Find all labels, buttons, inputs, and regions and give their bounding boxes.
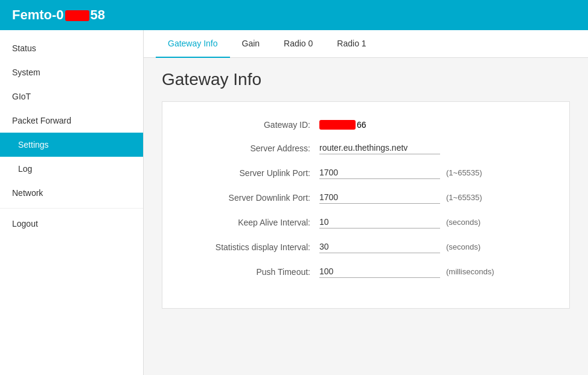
form-card: Gateway ID: 66 Server Address: (162, 101, 570, 309)
main-area: Gateway Info Gain Radio 0 Radio 1 Gatewa… (144, 30, 588, 375)
value-server-address (319, 142, 545, 154)
input-server-downlink-port[interactable] (319, 191, 440, 204)
tab-radio-0[interactable]: Radio 0 (272, 30, 325, 58)
form-row-keep-alive-interval: Keep Alive Interval: (seconds) (187, 216, 545, 228)
form-row-statistics-display-interval: Statistics display Interval: (seconds) (187, 241, 545, 253)
redacted-title (65, 10, 89, 21)
value-statistics-display-interval: (seconds) (319, 241, 545, 253)
form-row-server-uplink-port: Server Uplink Port: (1~65535) (187, 166, 545, 179)
content-area: Gateway Info Gateway ID: 66 Server Addre… (144, 58, 588, 375)
sidebar-item-settings[interactable]: Settings (0, 133, 143, 157)
label-push-timeout: Push Timeout: (187, 267, 319, 277)
label-server-uplink-port: Server Uplink Port: (187, 168, 319, 178)
sidebar-item-log[interactable]: Log (0, 157, 143, 181)
hint-server-uplink-port: (1~65535) (446, 168, 482, 177)
page-title: Gateway Info (162, 70, 570, 89)
value-keep-alive-interval: (seconds) (319, 216, 545, 228)
sidebar-item-status[interactable]: Status (0, 36, 143, 60)
form-row-server-address: Server Address: (187, 142, 545, 154)
hint-statistics-display-interval: (seconds) (446, 242, 481, 251)
label-statistics-display-interval: Statistics display Interval: (187, 242, 319, 252)
form-row-server-downlink-port: Server Downlink Port: (1~65535) (187, 191, 545, 204)
form-row-push-timeout: Push Timeout: (milliseconds) (187, 265, 545, 278)
sidebar-item-logout[interactable]: Logout (0, 212, 143, 236)
hint-keep-alive-interval: (seconds) (446, 218, 481, 227)
sidebar-item-packet-forward[interactable]: Packet Forward (0, 109, 143, 133)
label-server-downlink-port: Server Downlink Port: (187, 193, 319, 203)
tab-gateway-info[interactable]: Gateway Info (156, 30, 230, 58)
redacted-gateway-id (319, 120, 356, 130)
tab-radio-1[interactable]: Radio 1 (325, 30, 378, 58)
value-server-uplink-port: (1~65535) (319, 166, 545, 179)
form-row-gateway-id: Gateway ID: 66 (187, 120, 545, 130)
label-gateway-id: Gateway ID: (187, 120, 319, 130)
sidebar-item-glot[interactable]: GIoT (0, 84, 143, 109)
app-title: Femto-058 (12, 7, 105, 23)
sidebar-item-network[interactable]: Network (0, 181, 143, 205)
sidebar-divider (0, 208, 143, 209)
input-push-timeout[interactable] (319, 265, 440, 278)
value-gateway-id: 66 (319, 120, 545, 130)
input-server-uplink-port[interactable] (319, 166, 440, 179)
sidebar-item-system[interactable]: System (0, 60, 143, 84)
value-push-timeout: (milliseconds) (319, 265, 545, 278)
input-statistics-display-interval[interactable] (319, 241, 440, 253)
label-server-address: Server Address: (187, 143, 319, 153)
tab-gain[interactable]: Gain (230, 30, 272, 58)
app-header: Femto-058 (0, 0, 588, 30)
input-keep-alive-interval[interactable] (319, 216, 440, 228)
hint-push-timeout: (milliseconds) (446, 267, 494, 276)
sidebar: Status System GIoT Packet Forward Settin… (0, 30, 144, 375)
tab-bar: Gateway Info Gain Radio 0 Radio 1 (144, 30, 588, 58)
input-server-address[interactable] (319, 142, 440, 154)
label-keep-alive-interval: Keep Alive Interval: (187, 218, 319, 227)
gateway-id-value: 66 (319, 120, 366, 130)
hint-server-downlink-port: (1~65535) (446, 193, 482, 202)
value-server-downlink-port: (1~65535) (319, 191, 545, 204)
